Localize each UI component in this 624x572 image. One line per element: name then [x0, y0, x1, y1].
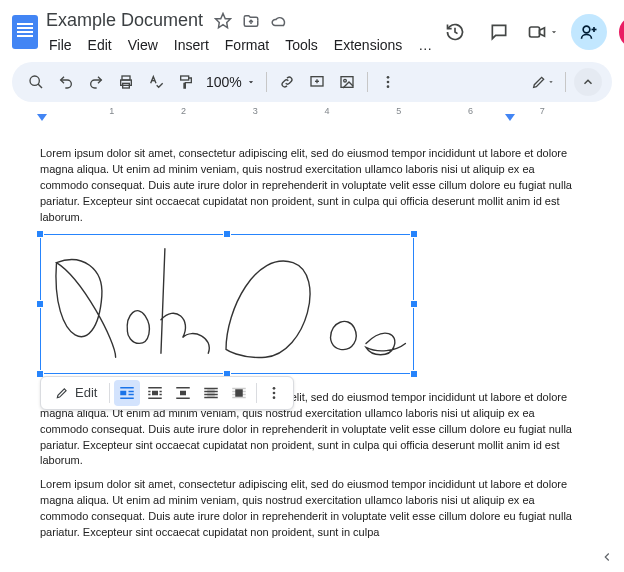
document-title[interactable]: Example Document [42, 8, 207, 33]
more-toolbar-icon[interactable] [374, 68, 402, 96]
header-bar: Example Document File Edit View Insert F… [0, 0, 624, 56]
ruler-tick: 3 [253, 106, 258, 116]
star-icon[interactable] [213, 11, 233, 31]
svg-line-7 [38, 84, 42, 88]
image-more-options-icon[interactable] [261, 380, 287, 406]
resize-handle[interactable] [410, 370, 418, 378]
left-indent-marker[interactable] [37, 114, 47, 121]
document-content[interactable]: Lorem ipsum dolor sit amet, consectetur … [0, 122, 624, 572]
wrap-text-icon[interactable] [142, 380, 168, 406]
insert-link-icon[interactable] [273, 68, 301, 96]
menu-bar: File Edit View Insert Format Tools Exten… [42, 34, 439, 56]
move-icon[interactable] [241, 11, 261, 31]
resize-handle[interactable] [410, 230, 418, 238]
title-area: Example Document File Edit View Insert F… [42, 8, 439, 56]
ruler-tick: 4 [324, 106, 329, 116]
menu-insert[interactable]: Insert [167, 34, 216, 56]
spellcheck-icon[interactable] [142, 68, 170, 96]
docs-logo[interactable] [12, 14, 38, 50]
signature-drawing [41, 235, 413, 373]
svg-rect-45 [236, 389, 244, 397]
wrap-front-icon[interactable] [226, 380, 252, 406]
ruler-tick: 1 [109, 106, 114, 116]
resize-handle[interactable] [36, 230, 44, 238]
menu-tools[interactable]: Tools [278, 34, 325, 56]
comments-icon[interactable] [483, 16, 515, 48]
user-avatar[interactable]: D [619, 16, 624, 48]
share-button[interactable] [571, 14, 607, 50]
ruler-tick: 5 [396, 106, 401, 116]
cloud-status-icon[interactable] [269, 11, 289, 31]
svg-rect-1 [530, 27, 540, 37]
svg-marker-2 [540, 28, 545, 36]
paragraph[interactable]: Lorem ipsum dolor sit amet, consectetur … [40, 146, 584, 226]
main-toolbar: 100% [12, 62, 612, 102]
menu-more[interactable]: … [411, 34, 439, 56]
zoom-dropdown[interactable]: 100% [202, 74, 260, 90]
explore-icon[interactable] [600, 550, 614, 564]
resize-handle[interactable] [410, 300, 418, 308]
svg-point-20 [386, 85, 389, 88]
svg-point-3 [583, 26, 590, 33]
ruler-tick: 6 [468, 106, 473, 116]
editing-mode-button[interactable] [529, 68, 557, 96]
undo-icon[interactable] [52, 68, 80, 96]
insert-image-icon[interactable] [333, 68, 361, 96]
search-icon[interactable] [22, 68, 50, 96]
paragraph[interactable]: Lorem ipsum dolor sit amet, consectetur … [40, 477, 584, 541]
meet-button[interactable] [527, 16, 559, 48]
resize-handle[interactable] [36, 300, 44, 308]
image-options-toolbar: Edit [40, 376, 294, 410]
edit-drawing-button[interactable]: Edit [47, 381, 105, 404]
svg-point-47 [273, 391, 276, 394]
svg-point-48 [273, 396, 276, 399]
menu-file[interactable]: File [42, 34, 79, 56]
ruler-tick: 7 [540, 106, 545, 116]
svg-point-17 [343, 79, 346, 82]
ruler-tick: 2 [181, 106, 186, 116]
svg-point-46 [273, 387, 276, 390]
svg-point-6 [30, 76, 39, 85]
svg-rect-36 [208, 389, 216, 397]
history-icon[interactable] [439, 16, 471, 48]
selected-drawing[interactable] [40, 234, 414, 374]
paint-format-icon[interactable] [172, 68, 200, 96]
menu-format[interactable]: Format [218, 34, 276, 56]
collapse-toolbar-icon[interactable] [574, 68, 602, 96]
right-indent-marker[interactable] [505, 114, 515, 121]
wrap-inline-icon[interactable] [114, 380, 140, 406]
wrap-behind-icon[interactable] [198, 380, 224, 406]
horizontal-ruler[interactable]: 1 2 3 4 5 6 7 [0, 104, 624, 122]
svg-marker-0 [216, 13, 231, 27]
menu-view[interactable]: View [121, 34, 165, 56]
redo-icon[interactable] [82, 68, 110, 96]
svg-rect-23 [121, 390, 127, 395]
insert-comment-icon[interactable] [303, 68, 331, 96]
wrap-break-icon[interactable] [170, 380, 196, 406]
svg-rect-28 [152, 390, 158, 395]
svg-point-19 [386, 81, 389, 84]
svg-rect-12 [181, 76, 189, 80]
svg-rect-16 [341, 77, 353, 88]
menu-edit[interactable]: Edit [81, 34, 119, 56]
svg-rect-35 [180, 390, 186, 395]
menu-extensions[interactable]: Extensions [327, 34, 409, 56]
print-icon[interactable] [112, 68, 140, 96]
resize-handle[interactable] [223, 230, 231, 238]
svg-point-18 [386, 76, 389, 79]
